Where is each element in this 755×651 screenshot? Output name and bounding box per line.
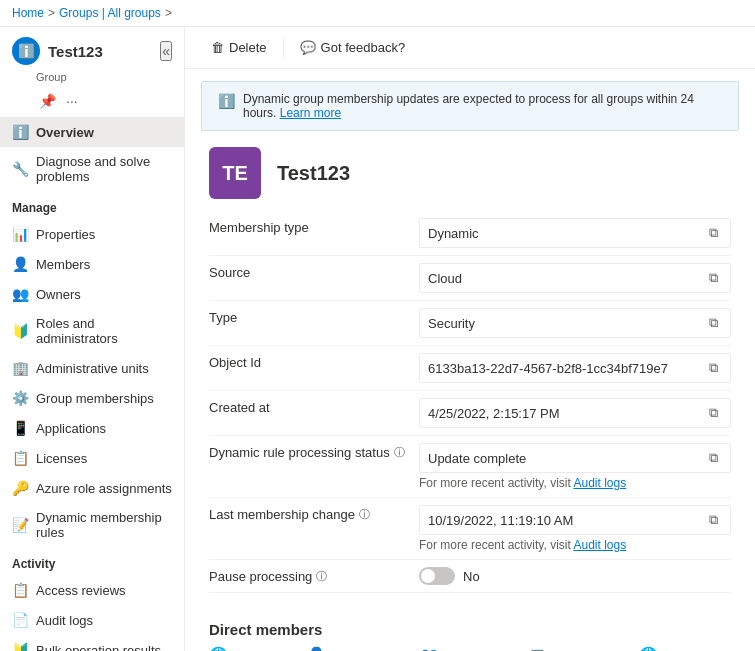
properties-section: Membership type Dynamic ⧉ Source Cloud bbox=[185, 211, 755, 609]
breadcrumb-home[interactable]: Home bbox=[12, 6, 44, 20]
members-icon: 👤 bbox=[12, 256, 28, 272]
main-content: 🗑 Delete 💬 Got feedback? ℹ️ Dynamic grou… bbox=[185, 27, 755, 651]
azure-role-icon: 🔑 bbox=[12, 480, 28, 496]
feedback-label: Got feedback? bbox=[321, 40, 406, 55]
sidebar-item-members[interactable]: 👤 Members bbox=[0, 249, 184, 279]
prop-value-pause: No bbox=[419, 567, 731, 585]
sidebar-item-access-reviews[interactable]: 📋 Access reviews bbox=[0, 575, 184, 605]
prop-row-dynamic-status: Dynamic rule processing status ⓘ Update … bbox=[209, 436, 731, 498]
sidebar-section-activity: Activity bbox=[0, 547, 184, 575]
breadcrumb-sep-2: > bbox=[165, 6, 172, 20]
prop-label-dynamic-status: Dynamic rule processing status ⓘ bbox=[209, 443, 419, 460]
prop-value-source: Cloud ⧉ bbox=[419, 263, 731, 293]
licenses-icon: 📋 bbox=[12, 450, 28, 466]
sidebar-item-label-diagnose: Diagnose and solve problems bbox=[36, 154, 172, 184]
overview-icon: ℹ️ bbox=[12, 124, 28, 140]
sidebar-item-overview[interactable]: ℹ️ Overview bbox=[0, 117, 184, 147]
sidebar-title: Test123 bbox=[48, 43, 152, 60]
sidebar-item-audit-logs[interactable]: 📄 Audit logs bbox=[0, 605, 184, 635]
bulk-ops-icon: 🔰 bbox=[12, 642, 28, 651]
more-button[interactable]: ··· bbox=[63, 91, 81, 111]
toggle-knob bbox=[421, 569, 435, 583]
sidebar-item-label-members: Members bbox=[36, 257, 90, 272]
copy-created-at[interactable]: ⧉ bbox=[705, 403, 722, 423]
sidebar-item-applications[interactable]: 📱 Applications bbox=[0, 413, 184, 443]
sidebar-avatar: ℹ️ bbox=[12, 37, 40, 65]
sidebar-header: ℹ️ Test123 « bbox=[0, 27, 184, 71]
prop-col-last-membership: 10/19/2022, 11:19:10 AM ⧉ For more recen… bbox=[419, 505, 731, 552]
audit-logs-link-1[interactable]: Audit logs bbox=[573, 476, 626, 490]
stat-devices: 💻 0 Device(s) bbox=[528, 646, 619, 651]
groups-icon: 👥 bbox=[420, 646, 439, 651]
sidebar-avatar-icon: ℹ️ bbox=[18, 43, 35, 59]
prop-label-source: Source bbox=[209, 263, 419, 280]
group-name: Test123 bbox=[277, 162, 350, 185]
pause-toggle[interactable] bbox=[419, 567, 455, 585]
stat-total-label: Total bbox=[260, 648, 287, 652]
stat-groups-count: 0 bbox=[444, 648, 451, 652]
audit-logs-link-2[interactable]: Audit logs bbox=[573, 538, 626, 552]
breadcrumb: Home > Groups | All groups > bbox=[0, 0, 755, 27]
breadcrumb-groups[interactable]: Groups | All groups bbox=[59, 6, 161, 20]
banner-text: Dynamic group membership updates are exp… bbox=[243, 92, 722, 120]
stat-users-label: User(s) bbox=[358, 648, 401, 652]
sidebar: ℹ️ Test123 « Group 📌 ··· ℹ️ Overview 🔧 D… bbox=[0, 27, 185, 651]
applications-icon: 📱 bbox=[12, 420, 28, 436]
prop-val-created-at: 4/25/2022, 2:15:17 PM bbox=[428, 406, 560, 421]
sidebar-item-label-access-reviews: Access reviews bbox=[36, 583, 126, 598]
sidebar-collapse-button[interactable]: « bbox=[160, 41, 172, 61]
sidebar-item-bulk-ops[interactable]: 🔰 Bulk operation results bbox=[0, 635, 184, 651]
breadcrumb-sep-1: > bbox=[48, 6, 55, 20]
copy-membership-type[interactable]: ⧉ bbox=[705, 223, 722, 243]
copy-object-id[interactable]: ⧉ bbox=[705, 358, 722, 378]
dynamic-status-info-icon: ⓘ bbox=[394, 445, 405, 460]
sidebar-item-roles[interactable]: 🔰 Roles and administrators bbox=[0, 309, 184, 353]
group-memberships-icon: ⚙️ bbox=[12, 390, 28, 406]
prop-note-dynamic-status: For more recent activity, visit Audit lo… bbox=[419, 473, 731, 490]
copy-source[interactable]: ⧉ bbox=[705, 268, 722, 288]
prop-val-source: Cloud bbox=[428, 271, 462, 286]
direct-members-title: Direct members bbox=[185, 609, 755, 646]
audit-logs-icon: 📄 bbox=[12, 612, 28, 628]
sidebar-item-label-bulk-ops: Bulk operation results bbox=[36, 643, 161, 652]
prop-val-type: Security bbox=[428, 316, 475, 331]
sidebar-item-diagnose[interactable]: 🔧 Diagnose and solve problems bbox=[0, 147, 184, 191]
sidebar-item-azure-role[interactable]: 🔑 Azure role assignments bbox=[0, 473, 184, 503]
feedback-button[interactable]: 💬 Got feedback? bbox=[290, 35, 416, 60]
delete-button[interactable]: 🗑 Delete bbox=[201, 35, 277, 60]
prop-label-last-membership: Last membership change ⓘ bbox=[209, 505, 419, 522]
copy-dynamic-status[interactable]: ⧉ bbox=[705, 448, 722, 468]
sidebar-item-group-memberships[interactable]: ⚙️ Group memberships bbox=[0, 383, 184, 413]
prop-box-object-id: 6133ba13-22d7-4567-b2f8-1cc34bf719e7 ⧉ bbox=[419, 353, 731, 383]
pin-button[interactable]: 📌 bbox=[36, 91, 59, 111]
access-reviews-icon: 📋 bbox=[12, 582, 28, 598]
group-avatar-text: TE bbox=[222, 162, 248, 185]
sidebar-item-properties[interactable]: 📊 Properties bbox=[0, 219, 184, 249]
group-avatar: TE bbox=[209, 147, 261, 199]
sidebar-item-dynamic-rules[interactable]: 📝 Dynamic membership rules bbox=[0, 503, 184, 547]
total-icon: 🌐 bbox=[209, 646, 228, 651]
sidebar-item-label-overview: Overview bbox=[36, 125, 94, 140]
diagnose-icon: 🔧 bbox=[12, 161, 28, 177]
toggle-wrap: No bbox=[419, 567, 480, 585]
prop-value-type: Security ⧉ bbox=[419, 308, 731, 338]
copy-type[interactable]: ⧉ bbox=[705, 313, 722, 333]
sidebar-item-admin-units[interactable]: 🏢 Administrative units bbox=[0, 353, 184, 383]
prop-label-pause: Pause processing ⓘ bbox=[209, 567, 419, 584]
prop-label-created-at: Created at bbox=[209, 398, 419, 415]
sidebar-item-owners[interactable]: 👥 Owners bbox=[0, 279, 184, 309]
banner-learn-more-link[interactable]: Learn more bbox=[280, 106, 341, 120]
delete-icon: 🗑 bbox=[211, 40, 224, 55]
banner-info-icon: ℹ️ bbox=[218, 93, 235, 109]
prop-row-membership-type: Membership type Dynamic ⧉ bbox=[209, 211, 731, 256]
others-icon: 🌐 bbox=[639, 646, 658, 651]
prop-value-last-membership: 10/19/2022, 11:19:10 AM ⧉ For more recen… bbox=[419, 505, 731, 552]
prop-box-last-membership: 10/19/2022, 11:19:10 AM ⧉ bbox=[419, 505, 731, 535]
sidebar-item-licenses[interactable]: 📋 Licenses bbox=[0, 443, 184, 473]
sidebar-item-label-roles: Roles and administrators bbox=[36, 316, 172, 346]
owners-icon: 👥 bbox=[12, 286, 28, 302]
properties-icon: 📊 bbox=[12, 226, 28, 242]
admin-units-icon: 🏢 bbox=[12, 360, 28, 376]
stat-devices-label: Device(s) bbox=[564, 648, 619, 652]
copy-last-membership[interactable]: ⧉ bbox=[705, 510, 722, 530]
